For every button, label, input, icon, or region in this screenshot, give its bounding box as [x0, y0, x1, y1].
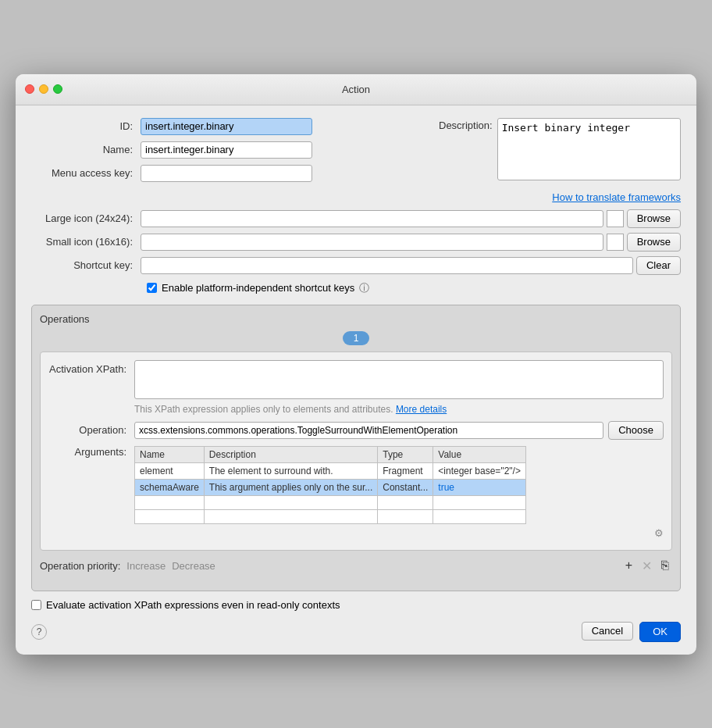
table-row[interactable]: element The element to surround with. Fr…: [135, 462, 526, 479]
cell-value: <integer base="2"/>: [433, 462, 526, 479]
arguments-table: Name Description Type Value element The …: [134, 446, 526, 524]
arguments-table-container: Name Description Type Value element The …: [134, 446, 664, 539]
description-textarea[interactable]: Insert binary integer: [497, 118, 681, 180]
shortcut-key-label: Shortcut key:: [31, 259, 141, 271]
cell-description: This argument applies only on the sur...: [204, 479, 377, 495]
increase-button[interactable]: Increase: [126, 560, 166, 572]
left-fields: ID: Name: Menu access key:: [31, 118, 426, 188]
operations-label: Operations: [40, 313, 672, 325]
name-input[interactable]: [141, 141, 312, 159]
large-icon-label: Large icon (24x24):: [31, 212, 141, 224]
decrease-button[interactable]: Decrease: [172, 560, 215, 572]
arguments-label: Arguments:: [48, 446, 134, 458]
table-row-empty-1: [135, 495, 526, 509]
footer-row: ? Cancel OK: [31, 622, 681, 642]
name-row: Name:: [31, 141, 426, 159]
minimize-button[interactable]: [39, 84, 48, 94]
evaluate-checkbox[interactable]: [31, 600, 41, 610]
priority-actions: + ✕ ⎘: [622, 557, 672, 575]
id-label: ID:: [31, 120, 141, 132]
xpath-hint-text: This XPath expression applies only to el…: [134, 404, 393, 415]
large-icon-row: Large icon (24x24): Browse: [31, 209, 681, 228]
cell-description: The element to surround with.: [204, 462, 377, 479]
activation-xpath-textarea[interactable]: [134, 360, 664, 399]
menu-access-key-row: Menu access key:: [31, 165, 426, 182]
xpath-hint-row: This XPath expression applies only to el…: [48, 404, 664, 415]
cancel-button[interactable]: Cancel: [582, 622, 633, 641]
traffic-lights: [25, 84, 62, 94]
priority-row: Operation priority: Increase Decrease + …: [40, 557, 672, 575]
enable-shortcut-row: Enable platform-independent shortcut key…: [31, 281, 681, 295]
activation-xpath-row: Activation XPath:: [48, 360, 664, 399]
titlebar: Action: [16, 74, 696, 105]
add-operation-button[interactable]: +: [622, 557, 635, 574]
settings-icon[interactable]: ⚙: [134, 524, 664, 539]
operations-section: Operations 1 Activation XPath: This XPat…: [31, 305, 681, 591]
cell-type: Constant...: [378, 479, 433, 495]
operation-input[interactable]: [134, 422, 603, 439]
operation-panel: Activation XPath: This XPath expression …: [40, 352, 672, 551]
enable-shortcut-checkbox[interactable]: [147, 283, 157, 293]
dialog-content: ID: Name: Menu access key: Description:: [16, 105, 696, 655]
col-description: Description: [204, 446, 377, 462]
operation-row: Operation: Choose: [48, 421, 664, 440]
top-section: ID: Name: Menu access key: Description:: [31, 118, 681, 188]
enable-shortcut-label: Enable platform-independent shortcut key…: [162, 282, 354, 294]
translate-link[interactable]: How to translate frameworks: [31, 191, 681, 203]
table-row-empty-2: [135, 509, 526, 523]
table-row[interactable]: schemaAware This argument applies only o…: [135, 479, 526, 495]
table-header-row: Name Description Type Value: [135, 446, 526, 462]
info-icon[interactable]: ⓘ: [359, 281, 369, 295]
small-icon-preview: [607, 234, 624, 251]
cell-type: Fragment: [378, 462, 433, 479]
shortcut-key-input[interactable]: [141, 257, 633, 274]
small-icon-label: Small icon (16x16):: [31, 236, 141, 248]
cell-name: schemaAware: [135, 479, 205, 495]
right-description: Description: Insert binary integer: [439, 118, 681, 188]
value-true: true: [438, 482, 454, 493]
col-name: Name: [135, 446, 205, 462]
col-type: Type: [378, 446, 433, 462]
evaluate-row: Evaluate activation XPath expressions ev…: [31, 599, 681, 611]
menu-access-key-label: Menu access key:: [31, 167, 141, 179]
shortcut-key-row: Shortcut key: Clear: [31, 256, 681, 275]
close-button[interactable]: [25, 84, 34, 94]
small-icon-input[interactable]: [141, 234, 603, 251]
description-label: Description:: [439, 118, 493, 131]
window-title: Action: [342, 84, 370, 95]
footer-buttons: Cancel OK: [582, 622, 681, 642]
help-button[interactable]: ?: [31, 624, 47, 640]
name-label: Name:: [31, 144, 141, 155]
large-icon-input[interactable]: [141, 210, 603, 227]
operation-row-label: Operation:: [48, 424, 134, 436]
activation-xpath-label: Activation XPath:: [48, 360, 134, 375]
col-value: Value: [433, 446, 526, 462]
id-input[interactable]: [141, 118, 312, 135]
tab-bar: 1: [40, 331, 672, 345]
more-details-link[interactable]: More details: [396, 404, 447, 415]
small-icon-row: Small icon (16x16): Browse: [31, 233, 681, 252]
maximize-button[interactable]: [53, 84, 62, 94]
remove-operation-button[interactable]: ✕: [639, 557, 655, 575]
large-icon-browse-button[interactable]: Browse: [627, 209, 681, 228]
id-row: ID:: [31, 118, 426, 135]
priority-label: Operation priority:: [40, 560, 120, 572]
large-icon-preview: [607, 210, 624, 227]
arguments-section: Arguments: Name Description Type Value: [48, 446, 664, 539]
clear-button[interactable]: Clear: [636, 256, 681, 275]
menu-access-key-input[interactable]: [141, 165, 312, 182]
action-dialog: Action ID: Name: Menu access key:: [16, 74, 696, 655]
cell-name: element: [135, 462, 205, 479]
choose-button[interactable]: Choose: [608, 421, 664, 440]
evaluate-label: Evaluate activation XPath expressions ev…: [46, 599, 340, 611]
small-icon-browse-button[interactable]: Browse: [627, 233, 681, 252]
copy-operation-button[interactable]: ⎘: [658, 557, 672, 574]
ok-button[interactable]: OK: [639, 622, 681, 642]
tab-1[interactable]: 1: [343, 331, 370, 345]
cell-value: true: [433, 479, 526, 495]
